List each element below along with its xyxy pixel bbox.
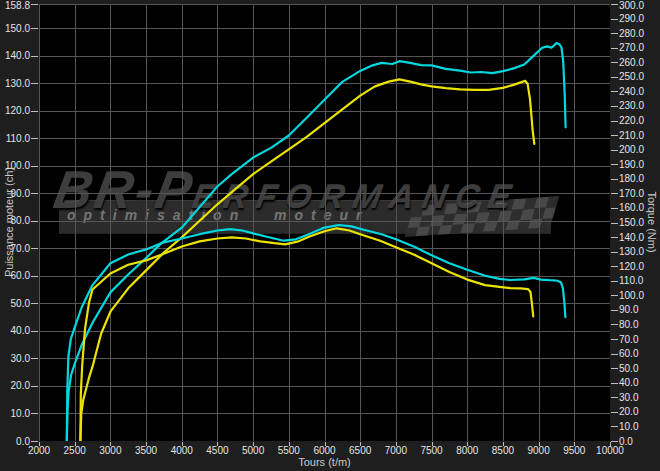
y-left-tick-mark <box>31 166 38 167</box>
y-left-tick-label: 70.0 <box>0 243 30 254</box>
y-right-tick-mark <box>611 339 618 340</box>
y-right-tick-mark <box>611 77 618 78</box>
y-right-tick-label: 240.0 <box>619 86 655 97</box>
x-tick-label: 9500 <box>554 445 594 456</box>
y-right-tick-mark <box>611 223 618 224</box>
y-right-tick-label: 190.0 <box>619 159 655 170</box>
y-left-tick-mark <box>31 248 38 249</box>
y-right-tick-mark <box>611 412 618 413</box>
y-left-tick-mark <box>31 358 38 359</box>
x-tick-mark <box>110 442 111 446</box>
x-tick-label: 6500 <box>340 445 380 456</box>
y-right-tick-mark <box>611 354 618 355</box>
y-right-tick-mark <box>611 310 618 311</box>
y-left-tick-label: 130.0 <box>0 78 30 89</box>
x-tick-mark <box>503 442 504 446</box>
y-left-tick-mark <box>31 413 38 414</box>
y-right-tick-label: 250.0 <box>619 71 655 82</box>
y-left-tick-mark <box>31 4 38 5</box>
x-tick-label: 9000 <box>519 445 559 456</box>
y-left-tick-label: 110.0 <box>0 133 30 144</box>
y-left-tick-label: 90.0 <box>0 188 30 199</box>
y-right-tick-mark <box>611 324 618 325</box>
y-right-tick-label: 120.0 <box>619 261 655 272</box>
y-right-tick-label: 270.0 <box>619 42 655 53</box>
y-left-tick-label: 50.0 <box>0 298 30 309</box>
x-tick-label: 2000 <box>19 445 59 456</box>
y-right-tick-mark <box>611 397 618 398</box>
y-right-tick-mark <box>611 368 618 369</box>
x-tick-mark <box>75 442 76 446</box>
y-right-tick-mark <box>611 426 618 427</box>
y-right-tick-mark <box>611 383 618 384</box>
y-left-tick-mark <box>31 28 38 29</box>
y-right-tick-label: 90.0 <box>619 304 655 315</box>
y-right-tick-label: 40.0 <box>619 377 655 388</box>
x-tick-label: 4000 <box>162 445 202 456</box>
y-left-tick-mark <box>31 83 38 84</box>
y-right-tick-mark <box>611 121 618 122</box>
x-tick-mark <box>360 442 361 446</box>
dyno-chart: Puissance moteur (ch) Torque (Nm) Tours … <box>0 0 660 471</box>
x-tick-label: 8500 <box>483 445 523 456</box>
x-tick-label: 3500 <box>126 445 166 456</box>
y-right-tick-label: 80.0 <box>619 319 655 330</box>
y-right-tick-label: 110.0 <box>619 275 655 286</box>
y-right-tick-label: 260.0 <box>619 57 655 68</box>
y-right-tick-label: 210.0 <box>619 130 655 141</box>
y-right-tick-label: 280.0 <box>619 28 655 39</box>
y-right-tick-mark <box>611 135 618 136</box>
y-right-tick-label: 150.0 <box>619 217 655 228</box>
y-right-tick-label: 130.0 <box>619 246 655 257</box>
x-axis-title: Tours (t/m) <box>39 456 610 468</box>
x-tick-mark <box>574 442 575 446</box>
y-right-tick-label: 20.0 <box>619 406 655 417</box>
y-right-tick-mark <box>611 19 618 20</box>
x-tick-mark <box>325 442 326 446</box>
y-right-tick-mark <box>611 441 618 442</box>
x-tick-mark <box>610 442 611 446</box>
x-tick-mark <box>539 442 540 446</box>
y-right-tick-label: 140.0 <box>619 232 655 243</box>
y-right-tick-mark <box>611 62 618 63</box>
x-tick-label: 7500 <box>412 445 452 456</box>
y-left-tick-label: 140.0 <box>0 50 30 61</box>
y-right-tick-label: 230.0 <box>619 100 655 111</box>
y-left-tick-label: 80.0 <box>0 215 30 226</box>
curve-torque-yellow <box>80 228 533 441</box>
y-right-tick-label: 300.0 <box>619 0 655 11</box>
y-left-tick-label: 150.0 <box>0 23 30 34</box>
y-right-tick-mark <box>611 106 618 107</box>
plot-area: optimisation moteur BR-PERFORMANCE <box>39 4 610 441</box>
x-tick-mark <box>182 442 183 446</box>
chart-canvas <box>39 4 610 441</box>
y-left-tick-label: 120.0 <box>0 105 30 116</box>
x-tick-label: 5000 <box>233 445 273 456</box>
y-right-tick-mark <box>611 179 618 180</box>
y-right-tick-label: 180.0 <box>619 173 655 184</box>
y-left-tick-label: 40.0 <box>0 325 30 336</box>
y-right-tick-mark <box>611 252 618 253</box>
y-left-tick-label: 30.0 <box>0 353 30 364</box>
y-right-tick-label: 70.0 <box>619 334 655 345</box>
x-tick-label: 2500 <box>55 445 95 456</box>
x-tick-label: 6000 <box>305 445 345 456</box>
y-right-tick-label: 50.0 <box>619 363 655 374</box>
y-left-tick-mark <box>31 193 38 194</box>
x-tick-mark <box>467 442 468 446</box>
y-right-tick-label: 200.0 <box>619 144 655 155</box>
y-left-tick-label: 10.0 <box>0 408 30 419</box>
y-left-tick-mark <box>31 138 38 139</box>
y-left-tick-mark <box>31 276 38 277</box>
y-right-tick-mark <box>611 295 618 296</box>
y-right-tick-label: 30.0 <box>619 392 655 403</box>
curve-torque-cyan <box>67 225 566 441</box>
y-left-tick-mark <box>31 56 38 57</box>
x-tick-label: 4500 <box>197 445 237 456</box>
y-right-tick-label: 290.0 <box>619 13 655 24</box>
y-right-tick-label: 220.0 <box>619 115 655 126</box>
y-left-tick-label: 20.0 <box>0 380 30 391</box>
y-right-tick-mark <box>611 208 618 209</box>
x-tick-label: 8000 <box>447 445 487 456</box>
y-left-tick-mark <box>31 221 38 222</box>
